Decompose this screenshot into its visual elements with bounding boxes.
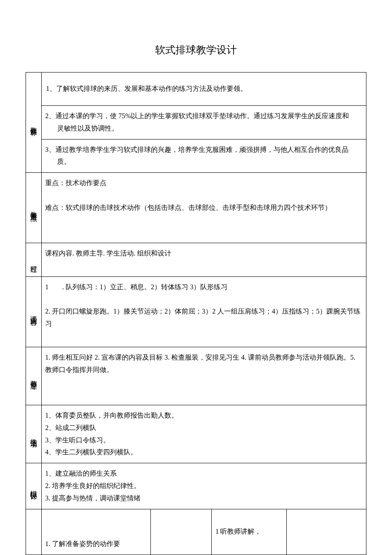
goal-cell-1: 1、了解软式排球的来历、发展和基本动作的练习方法及动作要领。 [42,73,366,106]
row-label-keypoint: 教学重难点 [26,173,42,243]
org-text-3: 3. 提高参与热情，调动课堂情绪 [45,492,363,505]
table-row: 过程 课程内容. 教师主导. 学生活动. 组织和设计 [26,243,366,277]
classcontent-text-2: 2. 开口闭口螺旋形跑。1）膝关节运动；2）体前屈；3）2 人一组压肩练习；4）… [45,305,363,330]
student-text-3: 3、学生听口令练习。 [45,434,363,447]
table-row: 教学目标 1、了解软式排球的来历、发展和基本动作的练习方法及动作要领。 [26,73,366,106]
document-title: 软式排球教学设计 [26,41,366,59]
row-label-classcontent: 课堂内容 [26,276,42,347]
process-cell: 课程内容. 教师主导. 学生活动. 组织和设计 [42,243,366,277]
process-text: 课程内容. 教师主导. 学生活动. 组织和设计 [45,247,363,260]
bottom-cell-2 [150,509,212,555]
goal-text-1: 1、了解软式排球的来历、发展和基本动作的练习方法及动作要领。 [45,83,363,95]
keypoint-text-1: 重点：技术动作要点 [45,177,363,189]
row-label-org: 组织设计 [26,463,42,509]
row-label-bottom [26,509,42,555]
table-row: 课堂内容 1 . 队列练习：1）立正、稍息。2）转体练习 3）队形练习 2. 开… [26,276,366,347]
bottom-right-text: 1 听教师讲解， [215,526,283,538]
goal-text-3b: 质。 [45,156,363,168]
student-text-1: 1、体育委员整队，并向教师报告出勤人数。 [45,410,363,422]
keypoint-text-2: 难点：软式排球的击球技术动作（包括击球点、击球部位、击球手型和击球用力四个技术环… [45,202,363,214]
bottom-cell-4 [287,509,366,555]
classcontent-text-1: 1 . 队列练习：1）立正、稍息。2）转体练习 3）队形练习 [45,281,363,293]
bottom-cell-3: 1 听教师讲解， [212,509,287,555]
table-row: 1. 了解准备姿势的动作要 1 听教师讲解， [26,509,366,555]
table-row: 教师主导 1. 师生相互问好 2. 宣布课的内容及目标 3. 检查服装，安排见习… [26,347,366,405]
classcontent-cell: 1 . 队列练习：1）立正、稍息。2）转体练习 3）队形练习 2. 开口闭口螺旋… [42,276,366,347]
bottom-cell-1: 1. 了解准备姿势的动作要 [42,509,151,555]
goal-cell-3: 3、通过教学培养学生学习软式排球的兴趣，培养学生克服困难，顽强拼搏，与他人相互合… [42,139,366,173]
org-cell: 1、建立融洽的师生关系 2. 培养学生良好的组织纪律性。 3. 提高参与热情，调… [42,463,366,509]
goal-text-2a: 2、通过本课的学习，使 75%以上的学生掌握软式排球双手垫球动作。通过练习发展学… [45,112,349,119]
student-text-4: 4、学生二列横队变四列横队。 [45,446,363,459]
row-label-student: 学生活动 [26,405,42,463]
table-row: 学生活动 1、体育委员整队，并向教师报告出勤人数。 2、站成二列横队 3、学生听… [26,405,366,463]
goal-text-3a: 3、通过教学培养学生学习软式排球的兴趣，培养学生克服困难，顽强拼搏，与他人相互合… [45,146,349,153]
row-label-teacher: 教师主导 [26,347,42,405]
table-row: 教学重难点 重点：技术动作要点 难点：软式排球的击球技术动作（包括击球点、击球部… [26,173,366,243]
student-text-2: 2、站成二列横队 [45,422,363,434]
org-text-2: 2. 培养学生良好的组织纪律性。 [45,480,363,492]
goal-text-2b: 灵敏性以及协调性。 [45,122,363,135]
table-row: 组织设计 1、建立融洽的师生关系 2. 培养学生良好的组织纪律性。 3. 提高参… [26,463,366,509]
row-label-process: 过程 [26,243,42,277]
bottom-left-text: 1. 了解准备姿势的动作要 [45,538,147,550]
org-text-1: 1、建立融洽的师生关系 [45,468,363,480]
table-row: 3、通过教学培养学生学习软式排球的兴趣，培养学生克服困难，顽强拼搏，与他人相互合… [26,139,366,173]
table-row: 2、通过本课的学习，使 75%以上的学生掌握软式排球双手垫球动作。通过练习发展学… [26,106,366,139]
lesson-plan-table: 教学目标 1、了解软式排球的来历、发展和基本动作的练习方法及动作要领。 2、通过… [26,72,366,555]
student-cell: 1、体育委员整队，并向教师报告出勤人数。 2、站成二列横队 3、学生听口令练习。… [42,405,366,463]
keypoint-cell: 重点：技术动作要点 难点：软式排球的击球技术动作（包括击球点、击球部位、击球手型… [42,173,366,243]
teacher-text: 1. 师生相互问好 2. 宣布课的内容及目标 3. 检查服装，安排见习生 4. … [45,352,363,376]
teacher-cell: 1. 师生相互问好 2. 宣布课的内容及目标 3. 检查服装，安排见习生 4. … [42,347,366,405]
row-label-goal: 教学目标 [26,73,42,173]
goal-cell-2: 2、通过本课的学习，使 75%以上的学生掌握软式排球双手垫球动作。通过练习发展学… [42,106,366,139]
